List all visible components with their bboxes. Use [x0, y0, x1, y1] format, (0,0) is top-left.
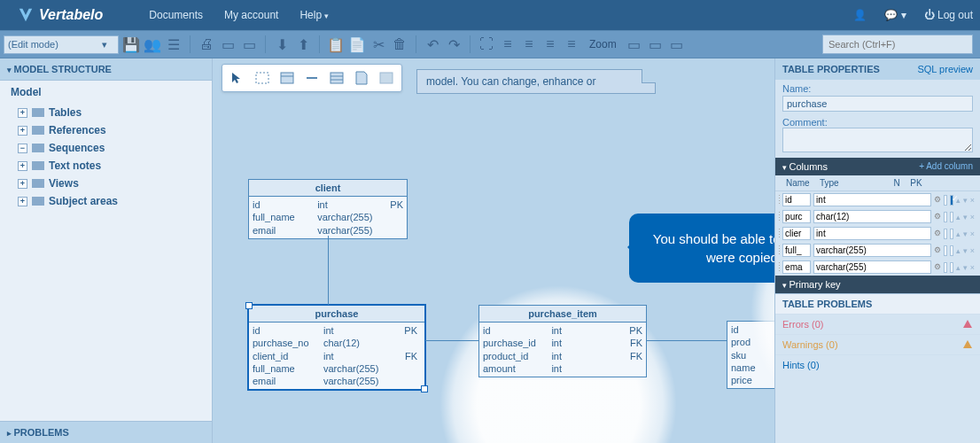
- view-mode-2-icon[interactable]: ▭: [668, 35, 686, 53]
- paste-icon[interactable]: 📄: [348, 35, 366, 53]
- nav-help[interactable]: Help: [299, 9, 328, 21]
- gear-icon[interactable]: ⚙: [934, 262, 941, 273]
- expand-icon[interactable]: −: [18, 144, 27, 153]
- marquee-icon[interactable]: [253, 68, 272, 88]
- table-product-stub[interactable]: id prod sku name price: [727, 321, 774, 389]
- columns-section-header[interactable]: Columns + Add column: [775, 158, 980, 175]
- pk-checkbox[interactable]: [950, 262, 953, 273]
- text-note[interactable]: model. You can change, enhance or: [416, 69, 656, 94]
- table-comment-input[interactable]: [782, 128, 973, 152]
- sql-icon[interactable]: ▭: [219, 35, 237, 53]
- up-icon[interactable]: ▴: [956, 213, 961, 222]
- pk-checkbox[interactable]: [950, 229, 953, 239]
- undo-icon[interactable]: ↶: [424, 35, 441, 53]
- search-input[interactable]: [822, 35, 973, 54]
- drag-handle-icon[interactable]: [779, 212, 780, 222]
- down-icon[interactable]: ▾: [963, 196, 968, 205]
- redo-icon[interactable]: ↷: [445, 35, 463, 53]
- pk-checkbox[interactable]: [950, 195, 953, 206]
- drag-handle-icon[interactable]: [779, 229, 780, 239]
- canvas[interactable]: model. You can change, enhance or client…: [213, 58, 774, 443]
- drag-handle-icon[interactable]: [779, 262, 780, 273]
- col-type-input[interactable]: [813, 260, 931, 274]
- nullable-checkbox[interactable]: [944, 262, 947, 273]
- table-purchase[interactable]: purchase idintPK purchase_nochar(12) cli…: [248, 305, 425, 390]
- table-client[interactable]: client idintPK full_namevarchar(255) ema…: [248, 179, 408, 239]
- export-icon[interactable]: ⬆: [294, 35, 312, 53]
- col-name-input[interactable]: [782, 210, 811, 223]
- table-name-input[interactable]: [782, 96, 973, 112]
- chat-icon[interactable]: 💬 ▾: [884, 9, 906, 21]
- nav-my-account[interactable]: My account: [224, 9, 278, 21]
- col-name-input[interactable]: [782, 244, 811, 257]
- gear-icon[interactable]: ⚙: [934, 195, 941, 206]
- delete-icon[interactable]: 🗑: [391, 35, 408, 53]
- xml-icon[interactable]: ▭: [240, 35, 258, 53]
- tree-textnotes[interactable]: +Text notes: [18, 157, 212, 175]
- import-icon[interactable]: ⬇: [273, 35, 291, 53]
- down-icon[interactable]: ▾: [963, 229, 968, 238]
- align-left-icon[interactable]: ≡: [499, 35, 517, 53]
- reference-icon[interactable]: [302, 68, 322, 88]
- errors-row[interactable]: Errors (0): [775, 314, 980, 334]
- tree-sequences[interactable]: −Sequences: [18, 139, 212, 157]
- up-icon[interactable]: ▴: [956, 246, 961, 255]
- remove-icon[interactable]: ×: [970, 213, 975, 222]
- align-top-icon[interactable]: ≡: [563, 35, 580, 53]
- table-purchase-item[interactable]: purchase_item idintPK purchase_idintFK p…: [478, 305, 647, 377]
- nullable-checkbox[interactable]: [944, 212, 947, 222]
- col-type-input[interactable]: [813, 210, 931, 223]
- table-icon[interactable]: [277, 68, 297, 88]
- area-icon[interactable]: [377, 68, 396, 88]
- sql-preview-link[interactable]: SQL preview: [917, 64, 973, 74]
- tree-tables[interactable]: +Tables: [18, 104, 212, 121]
- expand-icon[interactable]: +: [18, 126, 27, 136]
- col-type-input[interactable]: [813, 193, 931, 206]
- nullable-checkbox[interactable]: [944, 195, 947, 206]
- down-icon[interactable]: ▾: [963, 213, 968, 222]
- primary-key-section-header[interactable]: Primary key: [775, 276, 980, 293]
- nullable-checkbox[interactable]: [944, 245, 947, 256]
- down-icon[interactable]: ▾: [963, 246, 968, 255]
- share-icon[interactable]: 👥: [144, 35, 161, 53]
- model-structure-header[interactable]: MODEL STRUCTURE: [0, 58, 212, 81]
- nullable-checkbox[interactable]: [944, 229, 947, 239]
- align-right-icon[interactable]: ≡: [541, 35, 559, 53]
- zoom-icon[interactable]: ▭: [626, 35, 643, 53]
- col-name-input[interactable]: [782, 260, 811, 274]
- user-icon[interactable]: 👤: [853, 9, 867, 21]
- gear-icon[interactable]: ⚙: [934, 212, 941, 222]
- logo[interactable]: Vertabelo: [7, 7, 113, 23]
- align-center-icon[interactable]: ≡: [520, 35, 538, 53]
- view-icon[interactable]: [327, 68, 346, 88]
- save-icon[interactable]: 💾: [122, 35, 140, 53]
- col-name-input[interactable]: [782, 193, 811, 206]
- drag-handle-icon[interactable]: [779, 245, 780, 256]
- down-icon[interactable]: ▾: [963, 263, 968, 272]
- expand-icon[interactable]: +: [18, 108, 27, 118]
- pk-checkbox[interactable]: [950, 245, 953, 256]
- pointer-icon[interactable]: [228, 68, 247, 88]
- remove-icon[interactable]: ×: [970, 263, 975, 272]
- remove-icon[interactable]: ×: [970, 196, 975, 205]
- gear-icon[interactable]: ⚙: [934, 245, 941, 256]
- warnings-row[interactable]: Warnings (0): [775, 334, 980, 354]
- logout-link[interactable]: ⏻ Log out: [924, 9, 973, 21]
- col-type-input[interactable]: [813, 244, 931, 257]
- gear-icon[interactable]: ⚙: [934, 229, 941, 239]
- up-icon[interactable]: ▴: [956, 263, 961, 272]
- mode-select[interactable]: (Edit mode): [4, 35, 119, 54]
- tree-views[interactable]: +Views: [18, 175, 212, 192]
- nav-documents[interactable]: Documents: [149, 9, 203, 21]
- view-mode-1-icon[interactable]: ▭: [647, 35, 665, 53]
- add-column-link[interactable]: + Add column: [919, 161, 973, 172]
- problems-header[interactable]: PROBLEMS: [0, 421, 212, 443]
- expand-icon[interactable]: +: [18, 179, 27, 189]
- remove-icon[interactable]: ×: [970, 246, 975, 255]
- pk-checkbox[interactable]: [950, 212, 953, 222]
- drag-handle-icon[interactable]: [779, 195, 780, 206]
- col-type-input[interactable]: [813, 227, 931, 240]
- fit-icon[interactable]: ⛶: [478, 35, 495, 53]
- cut-icon[interactable]: ✂: [369, 35, 387, 53]
- remove-icon[interactable]: ×: [970, 229, 975, 238]
